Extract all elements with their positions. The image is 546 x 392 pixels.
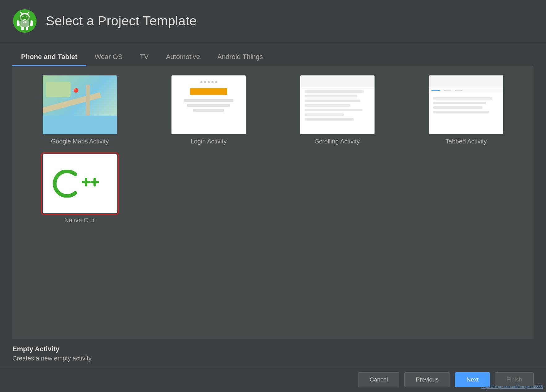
template-native-cpp-thumb <box>43 154 117 213</box>
scrolling-preview <box>300 75 375 134</box>
template-login-thumb <box>171 75 246 134</box>
description-panel: Empty Activity Creates a new empty activ… <box>0 339 546 367</box>
tab-bar: Phone and Tablet Wear OS TV Automotive A… <box>12 42 534 66</box>
template-native-cpp[interactable]: Native C++ <box>22 154 138 224</box>
template-scrolling-label: Scrolling Activity <box>315 138 360 145</box>
template-login[interactable]: Login Activity <box>150 75 267 145</box>
tab-tv[interactable]: TV <box>131 49 157 66</box>
cpp-svg <box>52 170 108 198</box>
template-google-maps-thumb: 📍 <box>43 75 117 134</box>
svg-text:S: S <box>23 18 27 24</box>
footer-buttons: Cancel Previous Next Finish <box>0 367 546 392</box>
template-tabbed-thumb <box>429 75 503 134</box>
svg-rect-8 <box>26 27 28 30</box>
description-title: Empty Activity <box>12 345 534 353</box>
template-grid: 📍 Google Maps Activity <box>22 75 524 230</box>
watermark-url: https://blog.csdn.net/hongxue8888 <box>481 384 543 389</box>
main-content: Phone and Tablet Wear OS TV Automotive A… <box>0 42 546 339</box>
template-native-cpp-label: Native C++ <box>64 217 95 224</box>
template-login-label: Login Activity <box>191 138 227 145</box>
template-google-maps-label: Google Maps Activity <box>51 138 109 145</box>
template-scrolling-thumb <box>300 75 375 134</box>
tabbed-preview <box>429 75 503 134</box>
tab-android-things[interactable]: Android Things <box>209 49 272 66</box>
cancel-button[interactable]: Cancel <box>358 372 399 387</box>
template-grid-area: 📍 Google Maps Activity <box>12 66 534 339</box>
template-tabbed[interactable]: Tabbed Activity <box>408 75 524 145</box>
dialog-header: S Select a Project Template <box>0 0 546 42</box>
dialog-title: Select a Project Template <box>46 14 197 28</box>
template-scrolling[interactable]: Scrolling Activity <box>279 75 396 145</box>
template-google-maps[interactable]: 📍 Google Maps Activity <box>22 75 138 145</box>
description-text: Creates a new empty activity <box>12 355 534 362</box>
cpp-preview <box>43 154 117 213</box>
template-tabbed-label: Tabbed Activity <box>445 138 487 145</box>
template-grid-scroll[interactable]: 📍 Google Maps Activity <box>12 66 534 339</box>
android-studio-logo: S <box>12 9 37 33</box>
previous-button[interactable]: Previous <box>404 372 450 387</box>
tab-phone-tablet[interactable]: Phone and Tablet <box>12 49 86 66</box>
tab-wear-os[interactable]: Wear OS <box>86 49 131 66</box>
svg-rect-7 <box>21 27 24 30</box>
maps-preview: 📍 <box>43 75 117 134</box>
tab-automotive[interactable]: Automotive <box>157 49 209 66</box>
login-preview <box>171 75 246 134</box>
